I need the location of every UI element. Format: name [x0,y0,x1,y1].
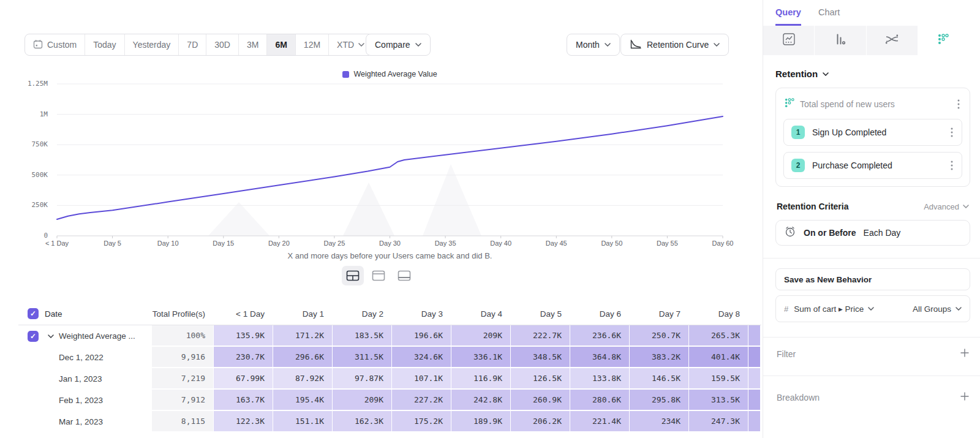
divider [763,258,980,259]
section-label: Retention [775,69,818,79]
cell-value: 135.9K [236,331,265,340]
advanced-dropdown[interactable]: Advanced [924,202,969,211]
date-range-label: 3M [247,40,258,50]
report-tab-funnels[interactable] [815,26,865,55]
retention-value-cell: 196.6K [391,325,451,347]
table-row[interactable]: Mar 1, 20238,115122.3K151.1K162.3K175.2K… [18,411,761,432]
behavior-step-2[interactable]: 2Purchase Completed [783,152,962,179]
kebab-menu-icon[interactable] [949,159,954,172]
report-tab-insights[interactable] [763,26,814,55]
table-row[interactable]: ✓Weighted Average ...100%135.9K171.2K183… [18,325,761,347]
retention-window-card[interactable]: On or Before Each Day [775,220,970,246]
report-tab-flows[interactable] [867,26,918,55]
chevron-down-icon[interactable] [48,334,54,338]
granularity-dropdown[interactable]: Month [567,34,620,56]
date-range-12m[interactable]: 12M [296,34,329,55]
date-range-today[interactable]: Today [85,34,124,55]
table-body: ✓Weighted Average ...100%135.9K171.2K183… [18,325,761,432]
column-header-label: Day 4 [481,309,502,319]
column-header-col9: Day 7 [629,303,688,325]
column-header-label: Date [45,309,62,319]
retention-value-cell: 107.1K [391,368,451,390]
retention-value-cell: 162.3K [332,411,391,432]
cell-value: 163.7K [236,395,265,404]
retention-value-cell: 295.8K [629,390,688,411]
cell-value: 97.87K [355,374,383,383]
tab-query[interactable]: Query [775,7,801,26]
cell-value: 313.5K [711,395,740,404]
column-header-date: ✓Date [18,303,152,325]
column-header-col4: Day 2 [332,303,391,325]
on-or-before-label[interactable]: On or Before [804,228,856,238]
each-day-dropdown[interactable]: Each Day [864,228,901,238]
x-tick-label: Day 55 [657,240,678,247]
retention-value-cell: 247.3K [688,411,748,432]
date-range-6m[interactable]: 6M [267,34,295,55]
date-range-30d[interactable]: 30D [206,34,239,55]
retention-value-cell: 236.6K [570,325,629,347]
row-total-cell: 7,912 [152,390,213,411]
compare-label: Compare [375,40,410,50]
retention-value-cell: 126.5K [510,368,570,390]
step-event-label: Purchase Completed [812,160,942,170]
chart-top-view-toggle[interactable] [368,266,390,285]
x-tick-label: < 1 Day [45,240,69,247]
cell-value: 162.3K [355,417,383,426]
cell-value: 209K [483,331,502,340]
row-label: Jan 1, 2023 [59,374,102,383]
table-row[interactable]: Jan 1, 20237,21967.99K87.92K97.87K107.1K… [18,368,761,390]
plus-icon[interactable] [960,349,969,360]
row-checkbox[interactable]: ✓ [28,308,39,319]
plus-icon[interactable] [960,392,969,403]
measure-property-dropdown[interactable]: Sum of cart ▸ Price [794,304,907,314]
date-range-3m[interactable]: 3M [239,34,267,55]
kebab-menu-icon[interactable] [949,126,954,138]
date-range-label: 12M [304,40,320,50]
retention-value-cell: 116.9K [451,368,510,390]
groups-dropdown[interactable]: All Groups [913,304,962,314]
filter-label: Filter [777,349,796,359]
retention-value-cell: 311.5K [332,347,391,368]
step-number-badge: 1 [791,126,805,139]
row-total-cell: 7,219 [152,368,213,390]
retention-value-cell: 364.8K [570,347,629,368]
retention-value-cell: 87.92K [273,368,332,390]
x-tick-label: Day 15 [213,240,234,247]
retention-curve-icon [630,39,642,51]
chevron-down-icon [605,43,611,47]
table-bottom-view-toggle[interactable] [393,266,415,285]
date-range-7d[interactable]: 7D [179,34,206,55]
save-as-new-behavior-button[interactable]: Save as New Behavior [775,268,970,290]
retention-value-cell: 159.5K [688,368,748,390]
legend-item-weighted-average[interactable]: Weighted Average Value [342,70,437,78]
kebab-menu-icon[interactable] [956,98,961,110]
cell-value: 230.7K [236,352,265,361]
compare-button[interactable]: Compare [366,34,431,56]
filter-section[interactable]: Filter [775,338,970,371]
cell-value: 280.6K [592,395,621,404]
retention-value-cell: 227.2K [391,390,451,411]
cell-value: 296.6K [295,352,324,361]
table-row[interactable]: Dec 1, 20229,916230.7K296.6K311.5K324.6K… [18,347,761,368]
cell-value: 67.99K [236,374,265,383]
date-range-custom[interactable]: Custom [25,34,85,55]
row-total-cell: 100% [152,325,213,347]
cell-value: 401.4K [711,352,740,361]
row-date-cell: ✓Weighted Average ... [18,325,152,347]
row-checkbox[interactable]: ✓ [28,331,39,342]
chart-type-dropdown[interactable]: Retention Curve [620,34,729,56]
measure-row: # Sum of cart ▸ Price All Groups [775,295,970,322]
retention-value-cell: 133.8K [570,368,629,390]
table-row[interactable]: Feb 1, 20237,912163.7K195.4K209K227.2K24… [18,390,761,411]
split-view-toggle[interactable] [342,266,364,285]
retention-value-cell: 296.6K [273,347,332,368]
tab-chart[interactable]: Chart [818,7,840,26]
report-tab-retention[interactable] [918,26,969,55]
retention-section-header[interactable]: Retention [775,69,970,79]
cell-value: 196.6K [414,331,443,340]
behavior-step-1[interactable]: 1Sign Up Completed [783,119,962,146]
chevron-down-icon [956,307,962,311]
cell-value: 175.2K [414,417,443,426]
breakdown-section[interactable]: Breakdown [775,376,970,414]
date-range-yesterday[interactable]: Yesterday [125,34,179,55]
